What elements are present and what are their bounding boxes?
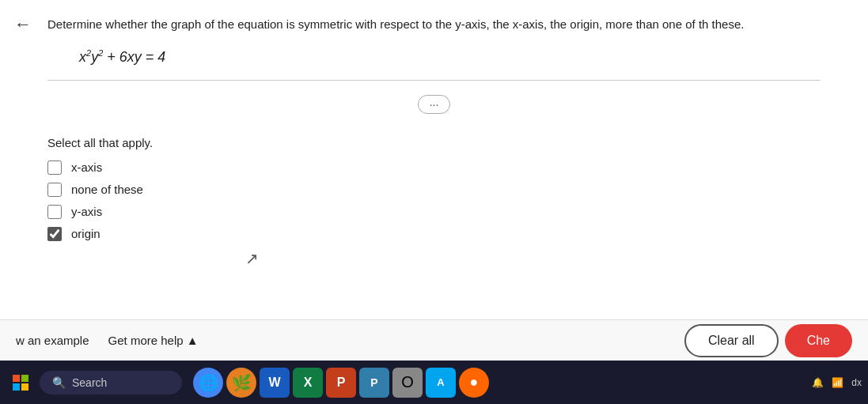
taskbar-icon-excel[interactable]: X (293, 368, 323, 398)
xaxis-checkbox[interactable] (47, 160, 62, 175)
taskbar-icon-az[interactable]: A (426, 368, 456, 398)
check-button[interactable]: Che (785, 324, 852, 357)
cursor-icon: ↗ (245, 249, 259, 268)
yaxis-label: y-axis (71, 205, 102, 218)
search-icon: 🔍 (52, 376, 66, 389)
start-button[interactable] (6, 368, 35, 397)
svg-rect-0 (13, 375, 20, 382)
taskbar-icon-ppt[interactable]: P (326, 368, 356, 398)
taskbar-icons: 🌐 🌿 W X P P O A ● (193, 368, 807, 398)
taskbar-icon-circle[interactable]: ● (459, 368, 489, 398)
divider (47, 80, 821, 81)
svg-rect-3 (21, 383, 28, 391)
bottom-right-btns: Clear all Che (684, 324, 852, 357)
question-text: Determine whether the graph of the equat… (47, 16, 760, 34)
taskbar-icon-chrome[interactable]: 🌐 (193, 368, 223, 398)
taskbar-wifi-icon: 📶 (832, 377, 843, 388)
search-label: Search (72, 376, 107, 389)
xaxis-label: x-axis (71, 160, 102, 174)
svg-rect-2 (13, 383, 20, 391)
option-none[interactable]: none of these (47, 183, 821, 197)
yaxis-checkbox[interactable] (47, 205, 62, 219)
taskbar-icon-word[interactable]: W (260, 368, 290, 398)
example-link[interactable]: w an example (16, 334, 89, 347)
taskbar-search-bar[interactable]: 🔍 Search (40, 371, 182, 395)
equation-display: x2y2 + 6xy = 4 (79, 48, 821, 66)
taskbar-icon-app2[interactable]: 🌿 (226, 368, 256, 398)
select-label: Select all that apply. (47, 136, 821, 149)
taskbar-notification-icon: 🔔 (812, 377, 824, 388)
dots-button[interactable]: ··· (418, 95, 451, 114)
none-label: none of these (71, 183, 143, 196)
bottom-bar: w an example Get more help ▲ Clear all C… (0, 319, 868, 361)
options-list: x-axis none of these y-axis origin (47, 160, 821, 241)
option-origin[interactable]: origin (47, 227, 821, 241)
clear-all-button[interactable]: Clear all (684, 324, 779, 357)
taskbar-icon-pp2[interactable]: P (359, 368, 389, 398)
bottom-left-links: w an example Get more help ▲ (16, 334, 661, 347)
none-checkbox[interactable] (47, 183, 62, 197)
origin-checkbox[interactable] (47, 227, 62, 241)
taskbar-time: dx (851, 377, 862, 388)
taskbar-icon-other[interactable]: O (392, 368, 423, 398)
option-xaxis[interactable]: x-axis (47, 160, 821, 175)
main-content: ← Determine whether the graph of the equ… (0, 0, 868, 361)
taskbar: 🔍 Search 🌐 🌿 W X P P O A ● 🔔 📶 dx (0, 361, 868, 404)
svg-rect-1 (21, 375, 28, 382)
taskbar-right: 🔔 📶 dx (812, 377, 862, 388)
back-arrow-icon[interactable]: ← (14, 14, 32, 35)
option-yaxis[interactable]: y-axis (47, 205, 821, 219)
origin-label: origin (71, 227, 100, 240)
help-link[interactable]: Get more help ▲ (108, 334, 199, 347)
dots-area: ··· (47, 95, 821, 128)
